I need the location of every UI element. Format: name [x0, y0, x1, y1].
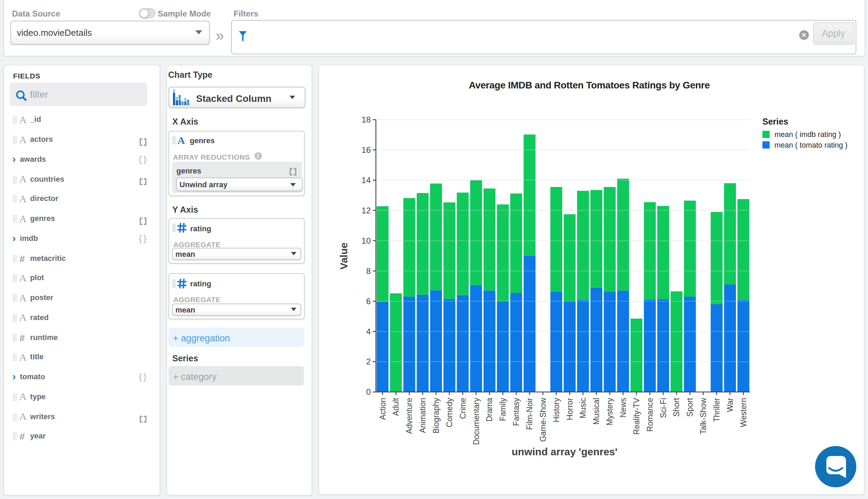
svg-text:Biography: Biography	[431, 398, 440, 434]
svg-text:History: History	[552, 398, 561, 423]
svg-text:16: 16	[361, 145, 370, 155]
svg-text:Series: Series	[762, 117, 788, 126]
svg-text:Adult: Adult	[391, 397, 400, 416]
svg-text:Crime: Crime	[458, 398, 467, 419]
svg-text:Romance: Romance	[645, 398, 654, 432]
svg-text:Average IMDB and Rotten Tomato: Average IMDB and Rotten Tomatoes Ratings…	[468, 80, 709, 91]
svg-text:Film-Noir: Film-Noir	[525, 398, 534, 430]
svg-text:News: News	[618, 398, 627, 418]
svg-text:Family: Family	[498, 398, 507, 421]
svg-text:Game-Show: Game-Show	[538, 398, 547, 442]
svg-text:8: 8	[366, 266, 370, 276]
svg-text:Musical: Musical	[592, 398, 600, 425]
svg-text:mean ( tomato rating ): mean ( tomato rating )	[774, 141, 847, 149]
svg-text:unwind array 'genres': unwind array 'genres'	[511, 446, 617, 457]
svg-text:mean ( imdb rating ): mean ( imdb rating )	[774, 130, 840, 139]
svg-text:4: 4	[366, 327, 370, 336]
svg-text:6: 6	[366, 297, 370, 306]
svg-text:10: 10	[361, 236, 370, 245]
svg-text:Adventure: Adventure	[404, 398, 413, 434]
svg-text:0: 0	[366, 387, 370, 396]
svg-text:Western: Western	[739, 398, 748, 427]
svg-text:Action: Action	[378, 398, 387, 420]
svg-text:Sci-Fi: Sci-Fi	[659, 398, 668, 418]
svg-text:14: 14	[361, 176, 370, 185]
svg-text:Drama: Drama	[485, 398, 493, 422]
svg-text:12: 12	[361, 206, 370, 215]
svg-text:2: 2	[366, 357, 370, 366]
svg-text:Reality-TV: Reality-TV	[632, 397, 641, 435]
svg-text:Music: Music	[578, 398, 587, 418]
svg-text:Fantasy: Fantasy	[511, 398, 520, 426]
svg-text:Documentary: Documentary	[471, 398, 480, 445]
svg-text:Comedy: Comedy	[445, 398, 454, 427]
svg-text:Talk-Show: Talk-Show	[698, 398, 707, 434]
svg-text:War: War	[725, 398, 734, 412]
svg-text:Animation: Animation	[418, 398, 427, 433]
svg-text:Short: Short	[672, 397, 681, 417]
svg-text:Mystery: Mystery	[605, 398, 614, 426]
svg-text:Horror: Horror	[565, 398, 574, 421]
svg-text:Thriller: Thriller	[712, 398, 721, 422]
svg-text:18: 18	[361, 115, 370, 124]
svg-text:Sport: Sport	[685, 397, 694, 417]
svg-text:Value: Value	[338, 243, 349, 269]
